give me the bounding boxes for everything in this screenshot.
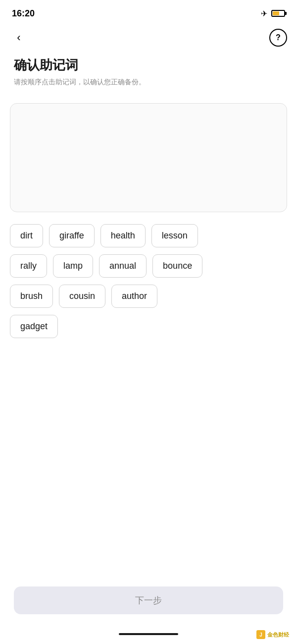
status-time: 16:20 (12, 8, 35, 19)
next-button[interactable]: 下一步 (14, 586, 283, 614)
word-chip[interactable]: giraffe (49, 224, 95, 247)
word-chip[interactable]: dirt (10, 224, 43, 247)
words-container: dirtgiraffehealthlessonrallylampannualbo… (0, 224, 297, 338)
airplane-icon: ✈ (261, 9, 267, 18)
word-chip[interactable]: rally (10, 254, 47, 278)
word-chip[interactable]: lamp (53, 254, 93, 278)
status-bar: 16:20 ✈ (0, 0, 297, 25)
word-chip[interactable]: bounce (152, 254, 202, 278)
words-row: brushcousinauthor (10, 285, 287, 308)
status-icons: ✈ (261, 9, 285, 18)
word-chip[interactable]: gadget (10, 315, 58, 338)
word-chip[interactable]: cousin (59, 285, 105, 308)
words-row: gadget (10, 315, 287, 338)
watermark-text: 金色财经 (267, 631, 289, 639)
page-subtitle: 请按顺序点击助记词，以确认您正确备份。 (14, 77, 283, 87)
words-row: dirtgiraffehealthlesson (10, 224, 287, 247)
watermark-icon: J (256, 630, 265, 639)
word-chip[interactable]: annual (99, 254, 147, 278)
word-chip[interactable]: lesson (151, 224, 198, 247)
battery-icon (271, 10, 285, 17)
watermark: J 金色财经 (256, 630, 289, 639)
header: 确认助记词 请按顺序点击助记词，以确认您正确备份。 (0, 53, 297, 95)
bottom-home-indicator (119, 633, 178, 635)
nav-bar: ‹ ? (0, 25, 297, 53)
page-title: 确认助记词 (14, 57, 283, 74)
help-button[interactable]: ? (269, 29, 287, 47)
back-button[interactable]: ‹ (10, 29, 28, 47)
word-chip[interactable]: health (100, 224, 146, 247)
word-chip[interactable]: brush (10, 285, 53, 308)
words-row: rallylampannualbounce (10, 254, 287, 278)
phrase-input-area (10, 103, 287, 212)
word-chip[interactable]: author (111, 285, 157, 308)
battery-fill (273, 11, 279, 15)
